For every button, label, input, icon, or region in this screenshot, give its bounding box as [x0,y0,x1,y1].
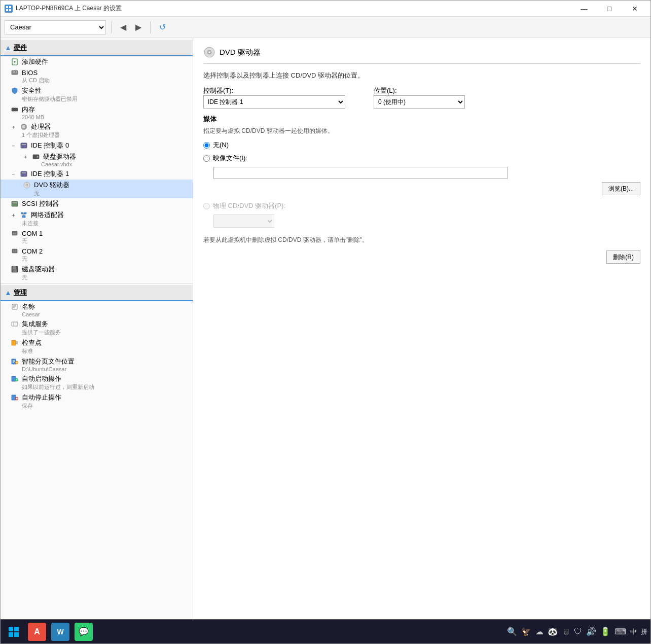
add-hardware-label: 添加硬件 [22,57,48,66]
word-icon: W [51,623,69,641]
window-controls: — □ ✕ [572,1,646,17]
bios-label: BIOS [22,69,38,77]
battery-icon[interactable]: 🔋 [599,626,611,637]
search-taskbar-icon[interactable]: 🔍 [506,626,518,637]
minimize-button[interactable]: — [572,1,596,17]
svg-rect-0 [6,6,8,8]
radio-image-label[interactable]: 映像文件(I): [213,154,247,163]
taskbar-windows-button[interactable] [3,621,25,643]
radio-none[interactable] [203,142,210,149]
diskette-sub: 无 [11,274,187,281]
dvd-label: DVD 驱动器 [34,181,69,190]
close-button[interactable]: ✕ [623,1,646,17]
position-label: 位置(L): [374,86,465,95]
sidebar-item-add-hardware[interactable]: 添加硬件 [1,56,193,67]
svg-rect-39 [21,171,27,176]
shield-taskbar-icon[interactable]: 🛡 [573,626,583,637]
taskbar-office-item[interactable]: A [26,621,48,643]
sidebar-item-auto-stop[interactable]: 自动停止操作 保存 [1,392,193,411]
svg-rect-73 [13,361,15,362]
sidebar-item-harddisk[interactable]: ＋ 硬盘驱动器 Caesar.vhdx [1,151,193,168]
vm-selector[interactable]: Caesar [5,20,106,34]
sidebar-item-bios[interactable]: BIOS 从 CD 启动 [1,67,193,85]
sidebar-item-smart-paging[interactable]: 智能分页文件位置 D:\Ubuntu\Caesar [1,356,193,373]
sidebar-item-dvd[interactable]: DVD 驱动器 无 [1,180,193,198]
harddisk-label: 硬盘驱动器 [43,152,76,161]
sidebar-item-processor[interactable]: ＋ [1,121,193,140]
image-file-input[interactable] [213,167,508,179]
back-button[interactable]: ◀ [117,21,130,34]
delete-row: 删除(R) [203,251,640,264]
svg-rect-1 [9,6,11,8]
titlebar: LAPTOP-PN8R69CA 上 Caesar 的设置 — □ ✕ [1,1,650,17]
toolbar-separator [111,21,112,33]
taskbar-word-item[interactable]: W [49,621,71,643]
memory-sub: 2048 MB [11,114,187,120]
volume-icon[interactable]: 🔊 [585,626,597,637]
ime-zh-icon[interactable]: 中 [629,626,638,637]
sidebar-item-com2[interactable]: COM 2 无 [1,246,193,264]
radio-image[interactable] [203,155,210,162]
media-section: 媒体 指定要与虚拟 CD/DVD 驱动器一起使用的媒体。 无(N) 映像文件(I… [203,115,640,264]
auto-start-icon [11,375,19,383]
svg-rect-81 [12,395,16,400]
dvd-panel-desc: 选择控制器以及控制器上连接 CD/DVD 驱动器的位置。 [203,71,640,80]
processor-sub: 1 个虚拟处理器 [11,131,187,139]
hardware-section-header[interactable]: ▲ 硬件 [1,40,193,56]
checkpoint-label: 检查点 [22,338,42,347]
media-title: 媒体 [203,115,640,124]
monitor-icon[interactable]: 🖥 [561,626,571,637]
keyboard-icon[interactable]: ⌨ [613,626,627,637]
svg-rect-46 [22,216,25,218]
ime-pin-icon[interactable]: 拼 [640,626,648,637]
sidebar-item-com1[interactable]: COM 1 无 [1,228,193,246]
dvd-panel-header: DVD 驱动器 [203,46,640,64]
sidebar-item-security[interactable]: 安全性 密钥存储驱动器已禁用 [1,85,193,104]
sidebar-item-diskette[interactable]: 磁盘驱动器 无 [1,264,193,282]
delete-button[interactable]: 删除(R) [606,251,640,264]
radio-physical-row: 物理 CD/DVD 驱动器(P): [203,201,640,210]
network-sub: 未连接 [11,220,187,227]
sidebar-item-name[interactable]: 名称 Caesar [1,301,193,318]
maximize-button[interactable]: □ [598,1,621,17]
security-icon [11,87,19,95]
sidebar-item-scsi[interactable]: SCSI 控制器 [1,198,193,209]
management-section-header[interactable]: ▲ 管理 [1,285,193,301]
network-icon [20,211,28,219]
main-content: ▲ 硬件 添加硬件 [1,38,650,619]
sidebar-item-memory[interactable]: 内存 2048 MB [1,104,193,121]
svg-rect-17 [14,111,14,112]
forward-button[interactable]: ▶ [132,21,145,34]
sidebar-item-checkpoint[interactable]: 检查点 标准 [1,337,193,356]
app-icon [5,5,13,13]
sidebar-item-integration[interactable]: 集成服务 提供了一些服务 [1,318,193,337]
svg-rect-15 [16,107,16,108]
dvd-sub: 无 [23,190,187,197]
radio-physical[interactable] [203,203,210,209]
svg-rect-55 [12,249,17,253]
radio-none-label[interactable]: 无(N) [213,140,229,150]
controller-select[interactable]: IDE 控制器 1 [203,95,345,109]
refresh-button[interactable]: ↺ [156,21,169,34]
svg-rect-90 [14,632,19,637]
physical-drive-select[interactable] [213,214,274,228]
com2-icon [11,247,19,255]
svg-point-57 [15,251,16,252]
sidebar-item-network[interactable]: ＋ 网络适配器 未连接 [1,209,193,228]
svg-rect-3 [9,9,11,11]
panda-icon[interactable]: 🐼 [547,626,559,637]
smart-paging-sub: D:\Ubuntu\Caesar [11,366,187,372]
sidebar-item-auto-start[interactable]: 自动启动操作 如果以前运行过，则重新启动 [1,373,193,392]
svg-rect-19 [16,111,16,112]
browse-button[interactable]: 浏览(B)... [602,182,640,195]
security-sub: 密钥存储驱动器已禁用 [11,95,187,103]
sidebar-item-ide1[interactable]: － IDE 控制器 1 [1,168,193,180]
cloud-icon[interactable]: ☁ [534,626,545,637]
sidebar-item-ide0[interactable]: － IDE 控制器 0 [1,140,193,151]
taskbar-icon-2[interactable]: 🦅 [520,626,532,637]
taskbar-wechat-item[interactable]: 💬 [73,621,95,643]
svg-rect-35 [22,144,26,145]
position-select[interactable]: 0 (使用中) [374,95,465,109]
svg-rect-60 [13,269,17,272]
memory-label: 内存 [22,105,35,114]
